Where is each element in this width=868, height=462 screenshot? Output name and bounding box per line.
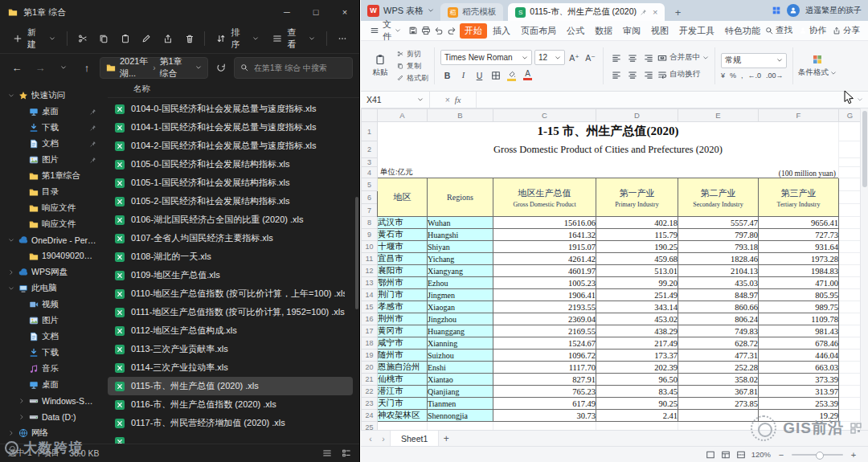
cut-button[interactable] <box>72 28 93 49</box>
cut-button[interactable]: 剪切 <box>397 49 428 59</box>
row-header[interactable]: 19 <box>362 350 378 362</box>
file-list-scrollbar[interactable] <box>355 100 358 440</box>
italic-button[interactable]: I <box>457 68 470 82</box>
insert-function-button[interactable]: fx <box>455 96 461 104</box>
sidebar-item[interactable]: 图片 <box>3 152 100 168</box>
cell-value[interactable]: 343.14 <box>596 301 678 313</box>
header-col[interactable]: 第一产业Primary Industry <box>596 178 678 217</box>
file-row[interactable]: 0104-2-国民经济和社会发展总量与速度指标.xls <box>108 137 353 155</box>
cell-value[interactable]: 749.83 <box>678 325 759 337</box>
sidebar-item[interactable]: 190409020202预 <box>3 248 100 264</box>
cancel-entry-icon[interactable]: × <box>445 95 450 104</box>
cell-region-en[interactable]: Huangshi <box>428 229 493 241</box>
row-header[interactable]: 6 <box>362 191 378 204</box>
cell-empty[interactable] <box>839 325 862 337</box>
cell-value[interactable]: 15616.06 <box>493 217 596 229</box>
cell-value[interactable]: 1005.23 <box>493 277 596 289</box>
save-icon[interactable] <box>408 26 418 35</box>
collaborate-button[interactable]: 协作 <box>799 25 826 36</box>
row-header[interactable]: 2 <box>362 141 378 158</box>
sidebar-item[interactable]: Windows-SSD (C:) <box>3 393 100 409</box>
cell-value[interactable]: 253.39 <box>759 398 839 410</box>
row-header[interactable]: 15 <box>362 301 378 313</box>
cell-empty[interactable] <box>493 422 596 431</box>
column-header-F[interactable]: F <box>759 109 839 122</box>
cell-value[interactable]: 5557.47 <box>678 217 759 229</box>
cell-value[interactable]: 1906.41 <box>493 289 596 301</box>
cell-value[interactable]: 1973.28 <box>759 253 839 265</box>
menu-tab-3[interactable]: 公式 <box>562 23 589 39</box>
cell-empty[interactable] <box>839 313 862 325</box>
chevron-right-icon[interactable] <box>18 398 25 404</box>
cell-value[interactable]: 90.25 <box>596 398 678 410</box>
cell-value[interactable]: 83.45 <box>596 386 678 398</box>
cell-value[interactable]: 678.46 <box>759 337 839 350</box>
cell-value[interactable]: 1641.32 <box>493 229 596 241</box>
recent-locations-button[interactable] <box>53 57 74 78</box>
cell-value[interactable]: 217.49 <box>596 337 678 350</box>
menu-tab-1[interactable]: 插入 <box>488 23 515 39</box>
file-row[interactable]: 0106-湖北国民经济占全国的比重 (2020) .xls <box>108 211 353 229</box>
cell-empty[interactable] <box>596 422 678 431</box>
row-header[interactable]: 12 <box>362 265 378 277</box>
close-button[interactable]: × <box>330 0 359 24</box>
align-center-button[interactable] <box>625 67 639 81</box>
cell-region-en[interactable]: Jingzhou <box>428 313 493 325</box>
cell-empty[interactable] <box>839 386 862 398</box>
copy-button[interactable]: 复制 <box>397 61 428 72</box>
header-col[interactable]: 地区生产总值Gross Domestic Product <box>493 178 596 217</box>
select-all-corner[interactable] <box>362 109 378 122</box>
cell-region-en[interactable]: Huanggang <box>428 325 493 337</box>
sidebar-item[interactable]: 此电脑 <box>3 280 100 296</box>
file-row[interactable]: 0114-三次产业拉动率.xls <box>108 358 353 377</box>
copy-button[interactable] <box>94 28 115 49</box>
sidebar-item[interactable]: 文档 <box>3 136 100 152</box>
cell-empty[interactable] <box>839 178 862 191</box>
row-header[interactable]: 25 <box>362 422 378 431</box>
column-header-B[interactable]: B <box>428 109 493 122</box>
sidebar-item[interactable]: WPS网盘 <box>3 264 100 280</box>
chevron-down-icon[interactable] <box>8 285 14 292</box>
cell-value[interactable]: 115.79 <box>596 229 678 241</box>
row-header[interactable]: 13 <box>362 277 378 289</box>
new-tab-button[interactable]: + <box>669 3 686 21</box>
cell-region-en[interactable]: Shiyan <box>428 241 493 253</box>
cell-value[interactable]: 190.25 <box>596 241 678 253</box>
cell-value[interactable]: 2169.55 <box>493 325 596 337</box>
file-row[interactable]: 0104-1-国民经济和社会发展总量与速度指标.xls <box>108 118 353 137</box>
file-row[interactable]: 0107-全省人均国民经济主要指标.xls <box>108 229 353 247</box>
file-row[interactable]: 0116-市、州生产总值指数 (2020) .xls <box>108 395 353 414</box>
cell-value[interactable]: 1524.67 <box>493 337 596 350</box>
cell-empty[interactable] <box>378 422 428 431</box>
row-header[interactable]: 4 <box>362 167 378 178</box>
apps-grid-icon[interactable] <box>772 6 781 15</box>
menu-tab-8[interactable]: 特色功能 <box>720 23 765 39</box>
chevron-down-icon[interactable] <box>8 92 14 99</box>
share-button[interactable] <box>158 28 178 49</box>
expand-formula-bar-icon[interactable] <box>857 96 868 103</box>
back-button[interactable]: ← <box>6 57 27 78</box>
cell-value[interactable]: 2.41 <box>596 410 678 422</box>
row-header[interactable]: 9 <box>362 229 378 241</box>
breadcrumb-root[interactable]: 2021年湖... <box>120 55 149 80</box>
cell-region-en[interactable]: Tianmen <box>428 398 493 410</box>
cell-region-cn[interactable]: 天门市 <box>378 398 428 410</box>
file-row[interactable]: 0110-地区生产总值指数 (按可比价计算，上年=100) .xls <box>108 284 353 303</box>
header-region-en[interactable]: Regions <box>428 178 493 217</box>
row-header[interactable]: 20 <box>362 362 378 374</box>
search-input[interactable] <box>252 63 346 73</box>
view-button[interactable]: 查看 <box>266 22 321 55</box>
cell-region-cn[interactable]: 鄂州市 <box>378 277 428 289</box>
sidebar-item[interactable]: 桌面 <box>3 377 100 393</box>
tab-document[interactable]: S 0115-市、州生产总值 (2020) × <box>508 3 665 21</box>
row-header[interactable]: 3 <box>362 158 378 167</box>
cell-value[interactable]: 4601.97 <box>493 265 596 277</box>
cell-value[interactable]: 358.02 <box>678 374 759 386</box>
cell-value[interactable]: 1984.83 <box>759 265 839 277</box>
sheet-title-en[interactable]: Gross Domestic Product of Cities and Pre… <box>378 141 839 158</box>
cell-empty[interactable] <box>839 204 862 217</box>
cell-empty[interactable] <box>839 350 862 362</box>
minimize-button[interactable]: ─ <box>272 0 301 24</box>
cell-empty[interactable] <box>839 374 862 386</box>
cell-empty[interactable] <box>839 277 862 289</box>
